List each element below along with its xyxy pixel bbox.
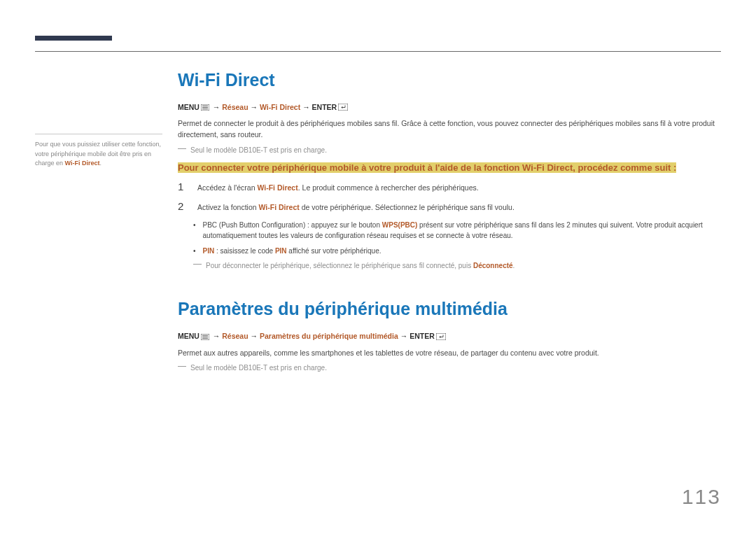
intro-paragraph: Permet de connecter le produit à des pér… bbox=[178, 118, 721, 141]
menu-icon bbox=[201, 104, 209, 112]
menu-path-wifi-direct: MENU → Réseau → Wi-Fi Direct → ENTER bbox=[178, 103, 721, 112]
enter-label: ENTER bbox=[410, 332, 435, 340]
note-post: . bbox=[513, 262, 515, 269]
step-number: 2 bbox=[178, 201, 188, 211]
bullet-pin: • PIN : saisissez le code PIN affiché su… bbox=[178, 246, 721, 257]
bullet-text: PBC (Push Button Configuration) : appuye… bbox=[203, 220, 721, 241]
arrow: → bbox=[400, 332, 410, 340]
arrow: → bbox=[251, 332, 260, 340]
step-post: de votre périphérique. Sélectionnez le p… bbox=[300, 203, 514, 211]
step-accent: Wi-Fi Direct bbox=[257, 183, 298, 192]
step-pre: Accédez à l'écran bbox=[197, 183, 257, 192]
path-wifi-direct: Wi-Fi Direct bbox=[260, 103, 300, 111]
bullet-mid: : saisissez le code bbox=[214, 247, 275, 255]
path-reseau: Réseau bbox=[222, 103, 248, 111]
highlight-text: Pour connecter votre périphérique mobile… bbox=[178, 162, 676, 173]
step-post: . Le produit commence à rechercher des p… bbox=[298, 183, 479, 192]
main-content: Wi-Fi Direct MENU → Réseau → Wi-Fi Direc… bbox=[178, 70, 721, 379]
step-pre: Activez la fonction bbox=[197, 203, 259, 211]
bullet-accent: WPS(PBC) bbox=[382, 221, 418, 229]
arrow: → bbox=[213, 103, 222, 111]
top-rule bbox=[35, 51, 721, 52]
menu-label: MENU bbox=[178, 332, 200, 340]
sidebar-note-accent: Wi-Fi Direct bbox=[65, 160, 100, 167]
step-1: 1 Accédez à l'écran Wi-Fi Direct. Le pro… bbox=[178, 181, 721, 193]
arrow: → bbox=[213, 332, 222, 340]
disconnect-note: Pour déconnecter le périphérique, sélect… bbox=[193, 260, 721, 271]
chapter-tab bbox=[35, 36, 112, 41]
section-title-media-device: Paramètres du périphérique multimédia bbox=[178, 299, 721, 319]
step-text: Activez la fonction Wi-Fi Direct de votr… bbox=[197, 201, 721, 213]
model-support-note-1: Seul le modèle DB10E-T est pris en charg… bbox=[178, 145, 721, 155]
enter-icon bbox=[436, 333, 446, 342]
note-pre: Pour déconnecter le périphérique, sélect… bbox=[206, 262, 473, 269]
bullet-accent-pin2: PIN bbox=[275, 247, 287, 255]
highlight-instruction: Pour connecter votre périphérique mobile… bbox=[178, 161, 721, 175]
path-reseau: Réseau bbox=[222, 332, 248, 340]
bullet-post: affiché sur votre périphérique. bbox=[287, 247, 382, 255]
step-accent: Wi-Fi Direct bbox=[259, 203, 300, 211]
menu-path-media-device: MENU → Réseau → Paramètres du périphériq… bbox=[178, 332, 721, 341]
model-support-note-2: Seul le modèle DB10E-T est pris en charg… bbox=[178, 363, 721, 373]
bullet-accent-pin: PIN bbox=[203, 247, 215, 255]
svg-rect-9 bbox=[436, 333, 446, 340]
arrow: → bbox=[302, 103, 312, 111]
bullet-dot: • bbox=[193, 246, 196, 256]
sidebar-note: Pour que vous puissiez utiliser cette fo… bbox=[35, 134, 162, 169]
bullet-pre: PBC (Push Button Configuration) : appuye… bbox=[203, 221, 382, 229]
sidebar-note-post: . bbox=[99, 160, 102, 167]
section-title-wifi-direct: Wi-Fi Direct bbox=[178, 70, 721, 90]
arrow: → bbox=[251, 103, 260, 111]
media-device-body: Permet aux autres appareils, comme les s… bbox=[178, 347, 721, 358]
menu-icon bbox=[201, 333, 209, 342]
path-media-device: Paramètres du périphérique multimédia bbox=[260, 332, 398, 340]
menu-label: MENU bbox=[178, 103, 200, 111]
svg-rect-4 bbox=[338, 104, 348, 111]
step-number: 1 bbox=[178, 181, 188, 192]
enter-icon bbox=[338, 104, 348, 112]
bullet-pbc: • PBC (Push Button Configuration) : appu… bbox=[178, 220, 721, 241]
page-number: 113 bbox=[682, 485, 721, 509]
bullet-dot: • bbox=[193, 220, 196, 230]
step-2: 2 Activez la fonction Wi-Fi Direct de vo… bbox=[178, 201, 721, 213]
note-accent: Déconnecté bbox=[473, 262, 513, 269]
bullet-text: PIN : saisissez le code PIN affiché sur … bbox=[203, 246, 721, 257]
enter-label: ENTER bbox=[312, 103, 337, 111]
step-text: Accédez à l'écran Wi-Fi Direct. Le produ… bbox=[197, 181, 721, 193]
